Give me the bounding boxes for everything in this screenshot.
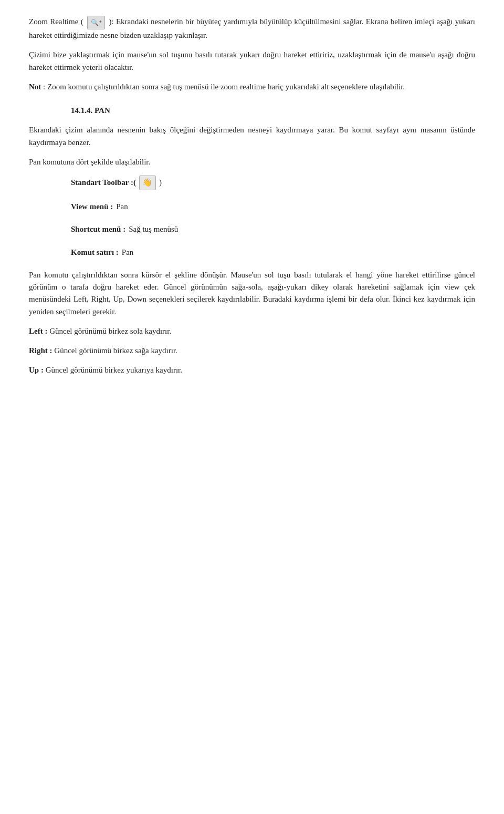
zoom-realtime-para: Zoom Realtime ( 🔍⁺ ): Ekrandaki nesneler… xyxy=(29,16,475,42)
left-label: Left : xyxy=(29,327,47,335)
zoom-realtime-text-before: Zoom Realtime ( xyxy=(29,17,83,26)
komut-label: Komut satırı : xyxy=(71,246,119,259)
komut-value: Pan xyxy=(122,246,134,259)
toolbar-pan-icon: 👋 xyxy=(139,176,156,190)
section-title: PAN xyxy=(94,106,110,115)
up-para: Up : Güncel görünümü birkez yukarıya kay… xyxy=(29,364,475,376)
pan-long-desc: Pan komutu çalıştırıldıktan sonra kürsör… xyxy=(29,269,475,318)
shortcut-value: Sağ tuş menüsü xyxy=(129,223,178,235)
toolbar-label: Standart Toolbar :( xyxy=(71,177,136,189)
section-number: 14.1.4. xyxy=(71,106,92,115)
viewmenu-value: Pan xyxy=(116,201,128,213)
page-content: Zoom Realtime ( 🔍⁺ ): Ekrandaki nesneler… xyxy=(29,16,475,377)
shortcut-row: Shortcut menü : Sağ tuş menüsü xyxy=(29,223,475,235)
zoom-approach-para: Çizimi bize yaklaştırmak için mause'un s… xyxy=(29,49,475,74)
section-heading: 14.1.4. PAN xyxy=(29,105,475,117)
pan-desc-para1: Ekrandaki çizim alanında nesnenin bakış … xyxy=(29,124,475,149)
komut-row: Komut satırı : Pan xyxy=(29,246,475,259)
zoom-icon: 🔍⁺ xyxy=(87,16,105,29)
toolbar-close: ) xyxy=(159,177,162,189)
toolbar-row: Standart Toolbar :( 👋 ) xyxy=(29,176,475,190)
pan-desc-para2: Pan komutuna dört şekilde ulaşılabilir. xyxy=(29,156,475,168)
right-para: Right : Güncel görünümü birkez sağa kayd… xyxy=(29,345,475,357)
up-text: Güncel görünümü birkez yukarıya kaydırır… xyxy=(46,366,182,374)
viewmenu-row: View menü : Pan xyxy=(29,201,475,213)
left-text: Güncel görünümü birkez sola kaydırır. xyxy=(49,327,171,335)
up-label: Up : xyxy=(29,366,44,374)
right-text: Güncel görünümü birkez sağa kaydırır. xyxy=(54,346,177,355)
right-label: Right : xyxy=(29,346,52,355)
shortcut-label: Shortcut menü : xyxy=(71,223,125,235)
note-para: Not : Zoom komutu çalıştırıldıktan sonra… xyxy=(29,81,475,93)
note-bold-label: Not xyxy=(29,83,41,91)
viewmenu-label: View menü : xyxy=(71,201,113,213)
left-para: Left : Güncel görünümü birkez sola kaydı… xyxy=(29,325,475,337)
note-text: : Zoom komutu çalıştırıldıktan sonra sağ… xyxy=(41,83,405,91)
